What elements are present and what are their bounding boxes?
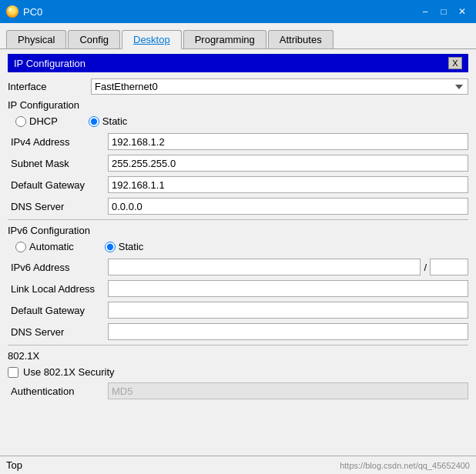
window-title: PC0: [23, 6, 42, 18]
panel-close-button[interactable]: X: [448, 57, 462, 69]
tab-programming[interactable]: Programming: [183, 30, 266, 48]
dhcp-radio[interactable]: [15, 116, 26, 127]
title-bar: PC0 – □ ✕: [0, 0, 476, 23]
ipv6-gateway-row: Default Gateway: [8, 302, 468, 319]
automatic-label: Automatic: [29, 241, 74, 252]
auth-select[interactable]: MD5: [108, 382, 468, 399]
tab-physical[interactable]: Physical: [6, 30, 66, 48]
ipv4-address-label: IPv4 Address: [8, 136, 108, 148]
ipv4-section-label: IP Configuration: [8, 99, 468, 111]
panel-title: IP Configuration: [14, 58, 85, 69]
ipv6-dns-input[interactable]: [108, 323, 468, 340]
link-local-input[interactable]: [108, 280, 468, 297]
ipv6-addr-row: /: [108, 259, 468, 275]
ipv6-radio-row: Automatic Static: [15, 241, 468, 252]
ipv6-gateway-label: Default Gateway: [8, 305, 108, 316]
minimize-button[interactable]: –: [417, 5, 433, 18]
dns-server-label: DNS Server: [8, 201, 108, 212]
default-gateway-row: Default Gateway: [8, 176, 468, 193]
main-content: IP Configuration X Interface FastEtherne…: [0, 49, 476, 474]
ipv6-address-row: IPv6 Address /: [8, 259, 468, 275]
spacer: [8, 404, 468, 435]
maximize-button[interactable]: □: [436, 5, 451, 18]
dns-server-input[interactable]: [108, 198, 468, 215]
dot1x-section-label: 802.1X: [8, 350, 468, 362]
dhcp-label: DHCP: [29, 115, 58, 127]
ipv4-address-row: IPv4 Address: [8, 133, 468, 150]
static-radio[interactable]: [89, 116, 99, 127]
ipv6-prefix-input[interactable]: [430, 259, 468, 275]
divider-2: [8, 345, 468, 345]
interface-row: Interface FastEthernet0: [8, 78, 468, 95]
dhcp-option: DHCP: [15, 115, 58, 127]
automatic-radio[interactable]: [15, 242, 26, 252]
ipv6-static-radio[interactable]: [105, 242, 116, 252]
ipv6-dns-label: DNS Server: [8, 326, 108, 338]
interface-select[interactable]: FastEthernet0: [91, 78, 468, 95]
status-bar: Top https://blog.csdn.net/qq_45652400: [0, 456, 476, 474]
status-url: https://blog.csdn.net/qq_45652400: [340, 461, 470, 470]
ipv4-section: IP Configuration DHCP Static IPv4 Addres…: [8, 99, 468, 215]
divider-1: [8, 219, 468, 220]
dot1x-checkbox-row: Use 802.1X Security: [8, 366, 468, 378]
dot1x-section: 802.1X Use 802.1X Security Authenticatio…: [8, 350, 468, 399]
default-gateway-input[interactable]: [108, 176, 468, 193]
subnet-mask-row: Subnet Mask: [8, 155, 468, 172]
ipv6-gateway-input[interactable]: [108, 302, 468, 319]
auth-label: Authentication: [8, 386, 108, 397]
ipv6-static-label: Static: [119, 241, 144, 252]
static-option: Static: [89, 115, 128, 127]
ipv6-address-input[interactable]: [108, 259, 421, 275]
tab-attributes[interactable]: Attributes: [268, 30, 334, 48]
static-label: Static: [102, 115, 128, 127]
ipv6-slash: /: [424, 262, 427, 273]
tab-bar: Physical Config Desktop Programming Attr…: [0, 23, 476, 49]
title-bar-controls: – □ ✕: [417, 5, 470, 18]
link-local-row: Link Local Address: [8, 280, 468, 297]
tab-config[interactable]: Config: [68, 30, 120, 48]
dns-server-row: DNS Server: [8, 198, 468, 215]
tab-desktop[interactable]: Desktop: [122, 30, 182, 49]
link-local-label: Link Local Address: [8, 283, 108, 295]
scroll-area[interactable]: IP Configuration X Interface FastEtherne…: [0, 49, 476, 456]
title-bar-left: PC0: [6, 5, 42, 18]
ipv6-section: IPv6 Configuration Automatic Static IPv6…: [8, 225, 468, 340]
ipv4-radio-row: DHCP Static: [15, 115, 468, 127]
auth-row: Authentication MD5: [8, 382, 468, 399]
ipv6-dns-row: DNS Server: [8, 323, 468, 340]
interface-label: Interface: [8, 81, 85, 92]
default-gateway-label: Default Gateway: [8, 179, 108, 191]
app-icon: [6, 5, 18, 18]
subnet-mask-input[interactable]: [108, 155, 468, 172]
dot1x-checkbox[interactable]: [8, 367, 18, 378]
dot1x-checkbox-label: Use 802.1X Security: [23, 366, 115, 378]
ipv6-static-option: Static: [105, 241, 144, 252]
subnet-mask-label: Subnet Mask: [8, 158, 108, 169]
top-label[interactable]: Top: [6, 459, 22, 471]
ipv4-address-input[interactable]: [108, 133, 468, 150]
ipv6-section-label: IPv6 Configuration: [8, 225, 468, 236]
close-window-button[interactable]: ✕: [454, 5, 470, 18]
content-area: IP Configuration X Interface FastEtherne…: [0, 49, 476, 456]
ipv6-address-label: IPv6 Address: [8, 262, 108, 273]
automatic-option: Automatic: [15, 241, 74, 252]
panel-header: IP Configuration X: [8, 54, 468, 72]
